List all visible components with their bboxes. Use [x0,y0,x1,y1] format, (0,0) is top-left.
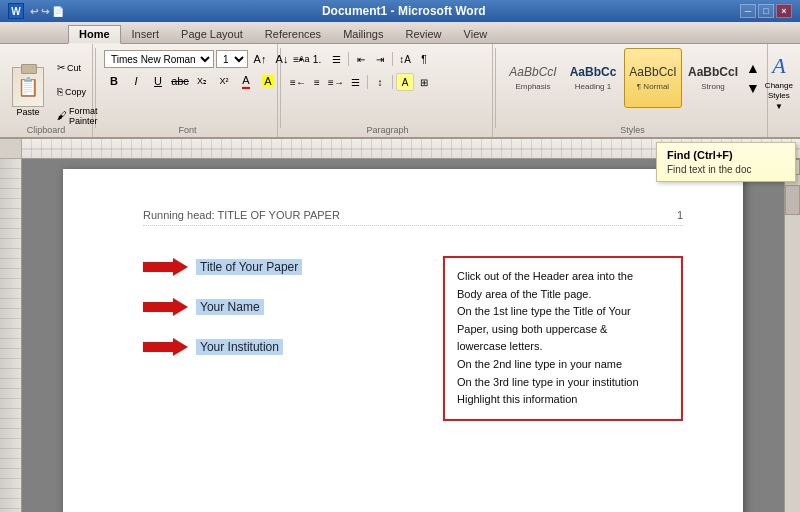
style-normal-button[interactable]: AaBbCcI ¶ Normal [624,48,682,108]
instruction-line-4: Paper, using both uppercase & [457,321,669,339]
font-section: Times New Roman 12 A↑ A↓ Aa B I U abc X₂… [98,44,278,137]
svg-marker-1 [143,258,188,276]
styles-label: Styles [498,125,767,135]
page-header: Running head: TITLE OF YOUR PAPER 1 [143,209,683,226]
ribbon-tabs: Home Insert Page Layout References Maili… [0,22,800,44]
tooltip-title: Find (Ctrl+F) [667,149,785,161]
ruler-corner [0,139,22,159]
cut-button[interactable]: ✂Cut [52,57,88,79]
strikethrough-button[interactable]: abc [170,72,190,90]
tab-mailings[interactable]: Mailings [332,25,394,44]
clipboard-label: Clipboard [0,125,92,135]
italic-button[interactable]: I [126,72,146,90]
window-controls[interactable]: ─ □ × [740,4,792,18]
font-label: Font [98,125,277,135]
scroll-thumb[interactable] [785,185,800,215]
highlight-button[interactable]: A [258,72,278,90]
tab-insert[interactable]: Insert [121,25,171,44]
superscript-button[interactable]: X² [214,72,234,90]
maximize-button[interactable]: □ [758,4,774,18]
svg-marker-2 [143,298,188,316]
document-canvas[interactable]: Running head: TITLE OF YOUR PAPER 1 Tit [22,159,784,512]
doc-line-1-text: Title of Your Paper [196,259,302,275]
main-area: Running head: TITLE OF YOUR PAPER 1 Tit [0,159,800,512]
tooltip-description: Find text in the doc [667,164,785,175]
app-icon: W [8,3,24,19]
title-bar: W ↩ ↪ 📄 Document1 - Microsoft Word ─ □ × [0,0,800,22]
borders-button[interactable]: ⊞ [415,73,433,91]
align-right-button[interactable]: ≡→ [327,73,345,91]
font-color-button[interactable]: A [236,72,256,90]
increase-indent-button[interactable]: ⇥ [371,50,389,68]
subscript-button[interactable]: X₂ [192,72,212,90]
doc-line-3: Your Institution [143,336,423,358]
paragraph-label: Paragraph [283,125,492,135]
arrow-icon-1 [143,256,188,278]
paste-button[interactable]: 📋 Paste [6,64,50,120]
bullets-button[interactable]: ≡• [289,50,307,68]
vertical-scrollbar[interactable]: ▲ [784,159,800,512]
format-painter-button[interactable]: 🖌Format Painter [52,105,88,127]
tab-view[interactable]: View [453,25,499,44]
clipboard-section: 📋 Paste ✂Cut ⎘Copy 🖌Format Painter [0,44,93,137]
minimize-button[interactable]: ─ [740,4,756,18]
change-styles-icon: A [772,53,785,79]
instruction-line-5: lowercase letters. [457,338,669,356]
underline-button[interactable]: U [148,72,168,90]
show-para-button[interactable]: ¶ [415,50,433,68]
align-left-button[interactable]: ≡← [289,73,307,91]
multilevel-button[interactable]: ☰ [327,50,345,68]
ribbon: 📋 Paste ✂Cut ⎘Copy 🖌Format Painter [0,44,800,139]
tab-page-layout[interactable]: Page Layout [170,25,254,44]
tab-home[interactable]: Home [68,25,121,44]
sort-button[interactable]: ↕A [396,50,414,68]
arrow-icon-3 [143,336,188,358]
close-button[interactable]: × [776,4,792,18]
header-text: Running head: TITLE OF YOUR PAPER [143,209,340,221]
decrease-indent-button[interactable]: ⇤ [352,50,370,68]
style-strong-button[interactable]: AaBbCcI Strong [684,48,742,108]
vertical-ruler [0,159,22,512]
paste-icon: 📋 [12,67,44,107]
title-bar-text: Document1 - Microsoft Word [68,4,740,18]
doc-line-1: Title of Your Paper [143,256,423,278]
doc-line-2: Your Name [143,296,423,318]
instruction-line-8: Highlight this information [457,391,669,409]
paragraph-section: ≡• 1. ☰ ⇤ ⇥ ↕A ¶ ≡← ≡ ≡→ ☰ ↕ [283,44,493,137]
document-content: Title of Your Paper Your Name [143,256,683,421]
tooltip-box: Find (Ctrl+F) Find text in the doc [656,142,796,182]
instruction-line-6: On the 2nd line type in your name [457,356,669,374]
instruction-box: Click out of the Header area into the Bo… [443,256,683,421]
instruction-line-1: Click out of the Header area into the [457,268,669,286]
style-emphasis-button[interactable]: AaBbCcI Emphasis [504,48,562,108]
line-spacing-button[interactable]: ↕ [371,73,389,91]
style-heading1-button[interactable]: AaBbCc Heading 1 [564,48,622,108]
tab-references[interactable]: References [254,25,332,44]
instruction-line-2: Body area of the Title page. [457,286,669,304]
align-center-button[interactable]: ≡ [308,73,326,91]
numbering-button[interactable]: 1. [308,50,326,68]
bold-button[interactable]: B [104,72,124,90]
svg-marker-3 [143,338,188,356]
font-name-select[interactable]: Times New Roman [104,50,214,68]
tab-review[interactable]: Review [394,25,452,44]
doc-left-column: Title of Your Paper Your Name [143,256,423,421]
doc-line-2-text: Your Name [196,299,264,315]
arrow-icon-2 [143,296,188,318]
styles-section: AaBbCcI Emphasis AaBbCc Heading 1 AaBbCc… [498,44,768,137]
doc-line-3-text: Your Institution [196,339,283,355]
justify-button[interactable]: ☰ [346,73,364,91]
grow-font-button[interactable]: A↑ [250,50,270,68]
header-page-number: 1 [677,209,683,221]
instruction-line-3: On the 1st line type the Title of Your [457,303,669,321]
instruction-line-7: On the 3rd line type in your institution [457,374,669,392]
document-page: Running head: TITLE OF YOUR PAPER 1 Tit [63,169,743,512]
shading-button[interactable]: A [396,73,414,91]
copy-button[interactable]: ⎘Copy [52,81,88,103]
font-size-select[interactable]: 12 [216,50,248,68]
change-styles-button[interactable]: A ChangeStyles ▼ [764,48,794,116]
